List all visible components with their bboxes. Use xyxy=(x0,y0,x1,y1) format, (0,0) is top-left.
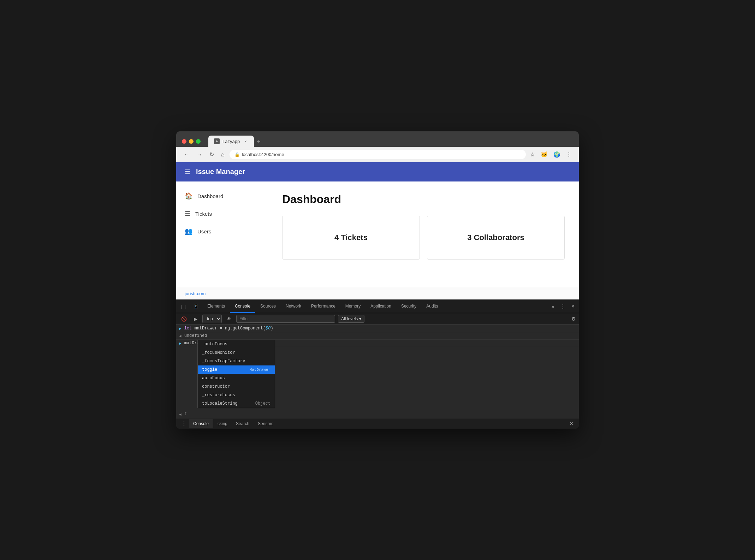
console-dollar0: $0 xyxy=(266,326,271,331)
more-tabs-button[interactable]: » xyxy=(549,301,557,312)
ac-item-autofocus[interactable]: _autoFocus xyxy=(198,340,275,348)
maximize-traffic-light[interactable] xyxy=(196,139,201,144)
console-line-1: ▶ let matDrawer = ng.getComponent($0) xyxy=(176,325,579,332)
devtools-settings-button[interactable]: ⚙ xyxy=(571,316,576,322)
devtools-panel: ⬚ 📱 Elements Console Sources Network Per… xyxy=(176,299,579,429)
ac-label-autofocus: _autoFocus xyxy=(202,342,227,347)
bookmark-button[interactable]: ☆ xyxy=(529,150,536,159)
url-bar[interactable]: 🔒 localhost:4200/home xyxy=(230,150,526,159)
cards-container: 4 Tickets 3 Collaborators xyxy=(282,216,565,260)
tickets-card: 4 Tickets xyxy=(282,216,420,260)
ac-item-tolocalestring[interactable]: toLocaleString Object xyxy=(198,399,275,408)
devtools-menu-button[interactable]: ⋮ xyxy=(557,300,569,313)
tab-close-button[interactable]: × xyxy=(243,138,248,144)
status-tab-search[interactable]: Search xyxy=(232,419,254,428)
filter-input[interactable] xyxy=(236,315,335,323)
ac-label-tolocalestring: toLocaleString xyxy=(202,401,238,406)
device-toolbar-button[interactable]: 📱 xyxy=(189,301,202,312)
home-icon: 🏠 xyxy=(185,192,192,200)
main-content: Dashboard 4 Tickets 3 Collaborators xyxy=(268,181,579,287)
url-text: localhost:4200/home xyxy=(242,152,284,157)
browser-window: A Lazyapp × + ← → ↻ ⌂ 🔒 localhost:4200/h… xyxy=(176,131,579,429)
tab-elements[interactable]: Elements xyxy=(202,300,230,313)
ac-label-constructor: constructor xyxy=(202,384,230,389)
traffic-lights xyxy=(182,139,201,144)
new-tab-button[interactable]: + xyxy=(254,137,263,147)
status-tab-console[interactable]: Console xyxy=(189,419,213,428)
sidebar-item-users[interactable]: 👥 Users xyxy=(176,222,268,240)
status-tab-tracking[interactable]: cking xyxy=(213,419,232,428)
back-button[interactable]: ← xyxy=(182,150,192,159)
collaborators-card: 3 Collaborators xyxy=(427,216,565,260)
ac-type-tolocalestring: Object xyxy=(255,401,271,406)
status-close-button[interactable]: × xyxy=(567,419,576,428)
console-text-1a: matDrawer = ng.getComponent( xyxy=(194,326,266,331)
more-button[interactable]: ⋮ xyxy=(565,150,573,159)
console-arrow-1[interactable]: ▶ xyxy=(179,326,182,331)
status-tab-sensors[interactable]: Sensors xyxy=(254,419,278,428)
ac-item-restorefocus[interactable]: _restoreFocus xyxy=(198,391,275,399)
tab-application[interactable]: Application xyxy=(365,300,396,313)
address-actions: ☆ 🐱 🌍 ⋮ xyxy=(529,150,573,159)
sidebar-label-tickets: Tickets xyxy=(195,211,212,217)
tab-memory[interactable]: Memory xyxy=(340,300,365,313)
close-traffic-light[interactable] xyxy=(182,139,186,144)
sidebar-label-users: Users xyxy=(197,228,211,234)
browser-tab[interactable]: A Lazyapp × xyxy=(208,136,254,147)
keyword-let: let xyxy=(184,326,195,331)
tab-title: Lazyapp xyxy=(222,139,240,144)
tab-performance[interactable]: Performance xyxy=(306,300,340,313)
console-filter-toggle[interactable]: ▶ xyxy=(192,315,200,323)
footer-link[interactable]: juristr.com xyxy=(185,291,206,296)
tab-security[interactable]: Security xyxy=(396,300,421,313)
console-f: f xyxy=(184,412,187,417)
tab-network[interactable]: Network xyxy=(281,300,306,313)
users-icon: 👥 xyxy=(185,227,192,235)
console-content: ▶ let matDrawer = ng.getComponent($0) ◀ … xyxy=(176,325,579,418)
clear-console-button[interactable]: 🚫 xyxy=(179,315,189,323)
sidebar-item-dashboard[interactable]: 🏠 Dashboard xyxy=(176,187,268,205)
eye-button[interactable]: 👁 xyxy=(225,315,233,323)
tab-audits[interactable]: Audits xyxy=(421,300,443,313)
extension2-button[interactable]: 🌍 xyxy=(552,150,562,159)
forward-button[interactable]: → xyxy=(195,150,204,159)
ac-item-constructor[interactable]: constructor xyxy=(198,382,275,391)
hamburger-icon[interactable]: ☰ xyxy=(185,168,190,176)
lock-icon: 🔒 xyxy=(234,152,240,157)
page-title: Dashboard xyxy=(282,193,565,206)
console-undefined: undefined xyxy=(184,333,207,338)
ac-item-focusmonitor[interactable]: _focusMonitor xyxy=(198,348,275,357)
ac-item-autofocus2[interactable]: autoFocus xyxy=(198,374,275,382)
console-arrow-2: ◀ xyxy=(179,334,182,338)
devtools-tabs: ⬚ 📱 Elements Console Sources Network Per… xyxy=(176,300,579,313)
page-footer: juristr.com xyxy=(176,287,579,299)
extension1-button[interactable]: 🐱 xyxy=(539,150,549,159)
devtools-close-button[interactable]: × xyxy=(569,300,577,312)
autocomplete-container: ▶ matDrawer.toggle _autoFocus _focusMoni… xyxy=(176,340,579,347)
devtools-toolbar: 🚫 ▶ top 👁 All levels ▾ ⚙ xyxy=(176,313,579,325)
home-button[interactable]: ⌂ xyxy=(219,150,227,159)
log-level-selector[interactable]: All levels ▾ xyxy=(338,315,364,323)
address-bar: ← → ↻ ⌂ 🔒 localhost:4200/home ☆ 🐱 🌍 ⋮ xyxy=(176,147,579,162)
autocomplete-dropdown[interactable]: _autoFocus _focusMonitor _focusTrapFacto… xyxy=(197,340,275,408)
console-line-2: ◀ undefined xyxy=(176,332,579,340)
console-arrow-last: ◀ xyxy=(179,412,182,417)
status-dots[interactable]: ⋮ xyxy=(179,419,189,428)
tab-sources[interactable]: Sources xyxy=(255,300,281,313)
refresh-button[interactable]: ↻ xyxy=(207,150,216,159)
console-text-1b: ) xyxy=(271,326,273,331)
tab-favicon: A xyxy=(214,138,220,144)
ac-item-toggle[interactable]: toggle MatDrawer xyxy=(198,365,275,374)
tab-console[interactable]: Console xyxy=(230,300,255,313)
title-bar: A Lazyapp × + xyxy=(176,131,579,147)
app-body: 🏠 Dashboard ☰ Tickets 👥 Users Dashboard … xyxy=(176,181,579,287)
inspect-element-button[interactable]: ⬚ xyxy=(178,301,189,312)
ac-label-focustrapfactory: _focusTrapFactory xyxy=(202,359,245,364)
context-selector[interactable]: top xyxy=(202,315,222,323)
ac-label-focusmonitor: _focusMonitor xyxy=(202,350,235,355)
app-title: Issue Manager xyxy=(196,168,245,176)
console-arrow-3[interactable]: ▶ xyxy=(179,341,182,346)
sidebar-item-tickets[interactable]: ☰ Tickets xyxy=(176,205,268,222)
ac-item-focustrapfactory[interactable]: _focusTrapFactory xyxy=(198,357,275,365)
minimize-traffic-light[interactable] xyxy=(189,139,194,144)
